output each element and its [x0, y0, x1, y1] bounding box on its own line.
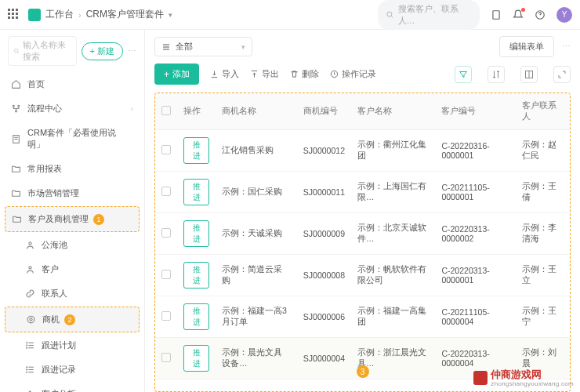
sidebar-item-10[interactable]: 跟进计划 [0, 333, 144, 358]
search-icon [13, 47, 20, 55]
doc-icon [11, 134, 21, 144]
row-checkbox[interactable] [161, 145, 171, 154]
table-row[interactable]: 推进江化销售采购SJ0000012示例：衢州江化集团C-20220316-000… [155, 130, 570, 172]
svg-point-13 [29, 267, 31, 269]
more-icon[interactable]: ⋯ [562, 42, 571, 52]
table-row[interactable]: 推进示例：简道云采购SJ0000008示例：帆软软件有限公司C-20220313… [155, 255, 570, 296]
list-icon [25, 340, 35, 350]
table-row[interactable]: 推进示例：天诚采购SJ0000009示例：北京天诚软件…C-20220313-0… [155, 213, 570, 255]
columns-button[interactable] [520, 66, 538, 83]
annotation-badge-3: 3 [357, 365, 369, 378]
col-header[interactable]: 客户名称 [351, 93, 435, 130]
row-checkbox[interactable] [161, 270, 171, 279]
table-row[interactable]: 推进示例：国仁采购SJ0000011示例：上海国仁有限…C-20211105-0… [155, 172, 570, 213]
bookmark-icon[interactable] [491, 9, 502, 20]
sidebar-item-12[interactable]: 客户分析 [0, 382, 144, 392]
push-button[interactable]: 推进 [183, 262, 209, 289]
row-checkbox[interactable] [161, 228, 171, 238]
sidebar-item-0[interactable]: 首页 [0, 72, 144, 96]
sidebar-item-label: 首页 [27, 78, 45, 90]
svg-point-15 [30, 318, 32, 321]
help-icon[interactable] [535, 9, 546, 20]
svg-point-21 [27, 347, 27, 348]
target-icon [26, 314, 36, 325]
chevron-down-icon[interactable]: ▾ [169, 11, 172, 19]
cell-custcode: C-20220316-0000001 [435, 130, 516, 172]
sidebar-item-8[interactable]: 联系人 [0, 281, 144, 306]
apps-icon[interactable] [8, 9, 20, 21]
global-search[interactable]: 搜索客户、联系人… [378, 0, 480, 30]
svg-rect-2 [493, 10, 499, 19]
folder-icon [11, 164, 21, 174]
cell-name: 示例：天诚采购 [216, 213, 297, 255]
sidebar-item-9[interactable]: 商机2 [5, 307, 140, 332]
col-header[interactable]: 客户编号 [435, 93, 516, 130]
cell-contact: 示例：王宁 [516, 296, 570, 338]
sidebar-item-4[interactable]: 市场营销管理 [0, 181, 144, 205]
push-button[interactable]: 推进 [183, 179, 209, 205]
filter-button[interactable] [455, 66, 472, 83]
push-button[interactable]: 推进 [183, 345, 209, 372]
sidebar-item-5[interactable]: 客户及商机管理1 [5, 206, 140, 232]
log-button[interactable]: 操作记录 [330, 68, 376, 80]
row-checkbox[interactable] [161, 187, 171, 196]
sidebar-search[interactable]: 输入名称来搜索 [8, 36, 77, 66]
list-icon [161, 42, 171, 52]
sidebar-item-label: 常用报表 [27, 163, 62, 175]
logo-icon [28, 9, 41, 21]
select-all-checkbox[interactable] [161, 106, 171, 115]
sort-icon [491, 70, 501, 79]
sidebar-item-11[interactable]: 跟进记录 [0, 358, 144, 382]
cell-name: 示例：晨光文具设备… [216, 338, 297, 379]
col-header[interactable]: 客户联系人 [516, 93, 570, 130]
folder-icon [11, 188, 21, 198]
columns-icon [524, 70, 534, 79]
sidebar-item-label: 客户及商机管理 [28, 213, 89, 225]
annotation-badge: 1 [93, 214, 104, 225]
cell-cust: 示例：北京天诚软件… [351, 213, 435, 255]
new-button[interactable]: + 新建 [82, 42, 123, 60]
more-icon[interactable]: ⋯ [128, 46, 136, 56]
table-row[interactable]: 推进示例：福建一高3月订单SJ0000006示例：福建一高集团C-2021110… [155, 296, 570, 338]
sidebar-item-7[interactable]: 客户 [0, 257, 144, 281]
add-button[interactable]: +添加 [154, 64, 199, 85]
sort-button[interactable] [488, 66, 505, 83]
sidebar-item-1[interactable]: 流程中心› [0, 96, 144, 121]
view-selector[interactable]: 全部 ▾ [154, 37, 252, 56]
list-icon [25, 365, 35, 375]
sidebar-item-2[interactable]: CRM套件「必看使用说明」 [0, 121, 144, 157]
svg-point-20 [27, 345, 27, 346]
row-checkbox[interactable] [161, 353, 171, 362]
sidebar-item-label: 公海池 [42, 239, 67, 251]
avatar[interactable]: Y [556, 7, 572, 23]
cell-custcode: C-20211105-0000001 [435, 172, 516, 213]
delete-button[interactable]: 删除 [290, 68, 319, 80]
svg-point-26 [27, 369, 27, 370]
sidebar-item-6[interactable]: 公海池 [0, 233, 144, 257]
cell-cust: 示例：衢州江化集团 [351, 130, 435, 172]
cell-code: SJ0000004 [297, 338, 351, 379]
sidebar-item-label: 跟进记录 [42, 364, 76, 376]
breadcrumb-workspace[interactable]: 工作台 [45, 8, 74, 21]
push-button[interactable]: 推进 [183, 303, 209, 330]
edit-form-button[interactable]: 编辑表单 [499, 36, 554, 57]
cell-cust: 示例：上海国仁有限… [351, 172, 435, 213]
push-button[interactable]: 推进 [183, 137, 209, 164]
expand-button[interactable] [553, 66, 571, 83]
col-header[interactable]: 商机编号 [297, 93, 351, 130]
sidebar-item-3[interactable]: 常用报表 [0, 157, 144, 181]
export-button[interactable]: 导出 [250, 68, 279, 80]
sidebar-menu: 首页流程中心›CRM套件「必看使用说明」常用报表市场营销管理客户及商机管理1公海… [0, 72, 144, 392]
push-button[interactable]: 推进 [183, 220, 209, 247]
svg-point-27 [27, 372, 27, 372]
sidebar-item-label: 商机 [42, 314, 60, 325]
import-button[interactable]: 导入 [210, 68, 239, 80]
cell-custcode: C-20220313-0000001 [435, 255, 516, 296]
bell-icon[interactable] [513, 9, 524, 20]
col-header[interactable]: 操作 [177, 93, 216, 130]
cell-contact: 示例：王立 [516, 255, 570, 296]
row-checkbox[interactable] [161, 311, 171, 321]
cell-contact: 示例：赵仁民 [516, 130, 570, 172]
col-header[interactable]: 商机名称 [216, 93, 297, 130]
breadcrumb-suite[interactable]: CRM客户管理套件 [86, 8, 164, 21]
